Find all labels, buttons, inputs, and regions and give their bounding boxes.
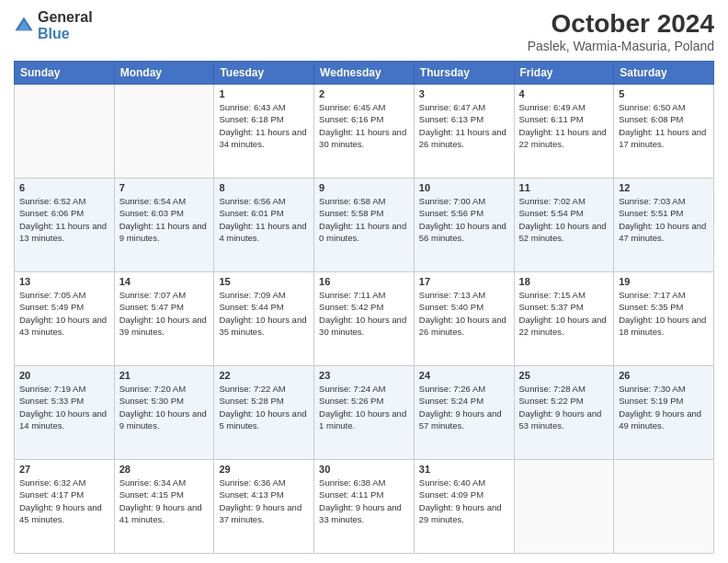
calendar-subtitle: Paslek, Warmia-Masuria, Poland	[528, 39, 714, 53]
calendar-cell: 15Sunrise: 7:09 AMSunset: 5:44 PMDayligh…	[214, 272, 314, 366]
sunset-text: Sunset: 4:11 PM	[319, 489, 383, 500]
sunset-text: Sunset: 5:44 PM	[219, 302, 283, 312]
calendar-cell	[614, 460, 714, 554]
day-info: Sunrise: 6:49 AMSunset: 6:11 PMDaylight:…	[519, 101, 609, 150]
daylight-text: Daylight: 10 hours and 52 minutes.	[519, 221, 607, 243]
day-number: 13	[19, 276, 109, 287]
day-number: 4	[519, 88, 609, 99]
calendar-header-row: SundayMondayTuesdayWednesdayThursdayFrid…	[15, 62, 714, 85]
day-info: Sunrise: 7:22 AMSunset: 5:28 PMDaylight:…	[219, 383, 309, 431]
day-info: Sunrise: 7:03 AMSunset: 5:51 PMDaylight:…	[619, 195, 709, 244]
sunset-text: Sunset: 5:26 PM	[319, 396, 383, 406]
calendar-day-header: Saturday	[614, 62, 714, 85]
daylight-text: Daylight: 11 hours and 0 minutes.	[319, 221, 406, 243]
calendar-cell: 12Sunrise: 7:03 AMSunset: 5:51 PMDayligh…	[614, 178, 714, 272]
sunset-text: Sunset: 5:51 PM	[619, 208, 683, 218]
sunrise-text: Sunrise: 6:54 AM	[119, 196, 186, 206]
calendar-cell: 8Sunrise: 6:56 AMSunset: 6:01 PMDaylight…	[214, 178, 314, 272]
sunset-text: Sunset: 6:13 PM	[419, 114, 483, 124]
day-info: Sunrise: 6:32 AMSunset: 4:17 PMDaylight:…	[19, 477, 109, 525]
day-info: Sunrise: 7:20 AMSunset: 5:30 PMDaylight:…	[119, 383, 210, 431]
calendar-cell: 4Sunrise: 6:49 AMSunset: 6:11 PMDaylight…	[514, 85, 614, 178]
day-number: 25	[519, 370, 609, 381]
day-number: 7	[119, 182, 210, 193]
day-number: 10	[419, 182, 509, 193]
calendar-day-header: Thursday	[414, 62, 514, 85]
sunrise-text: Sunrise: 6:43 AM	[219, 102, 285, 112]
sunrise-text: Sunrise: 7:13 AM	[419, 290, 485, 300]
daylight-text: Daylight: 10 hours and 39 minutes.	[119, 315, 207, 337]
daylight-text: Daylight: 9 hours and 49 minutes.	[619, 408, 701, 431]
calendar-cell: 9Sunrise: 6:58 AMSunset: 5:58 PMDaylight…	[314, 178, 415, 272]
day-number: 28	[119, 464, 210, 475]
day-info: Sunrise: 6:52 AMSunset: 6:06 PMDaylight:…	[19, 195, 109, 244]
sunrise-text: Sunrise: 6:50 AM	[619, 102, 685, 112]
calendar-cell	[15, 85, 115, 178]
sunset-text: Sunset: 4:09 PM	[419, 489, 483, 500]
sunrise-text: Sunrise: 6:32 AM	[19, 477, 85, 488]
day-info: Sunrise: 7:17 AMSunset: 5:35 PMDaylight:…	[619, 289, 709, 338]
calendar-cell: 26Sunrise: 7:30 AMSunset: 5:19 PMDayligh…	[614, 366, 714, 460]
day-number: 18	[519, 276, 609, 287]
day-info: Sunrise: 7:02 AMSunset: 5:54 PMDaylight:…	[519, 195, 609, 244]
sunset-text: Sunset: 5:35 PM	[619, 302, 683, 312]
sunrise-text: Sunrise: 7:19 AM	[19, 384, 85, 394]
sunset-text: Sunset: 5:22 PM	[519, 396, 584, 406]
daylight-text: Daylight: 11 hours and 4 minutes.	[219, 221, 306, 243]
header: General Blue October 2024 Paslek, Warmia…	[14, 9, 714, 53]
calendar-cell: 23Sunrise: 7:24 AMSunset: 5:26 PMDayligh…	[314, 366, 415, 460]
day-info: Sunrise: 7:07 AMSunset: 5:47 PMDaylight:…	[119, 289, 210, 338]
calendar-cell: 18Sunrise: 7:15 AMSunset: 5:37 PMDayligh…	[514, 272, 614, 366]
day-info: Sunrise: 7:26 AMSunset: 5:24 PMDaylight:…	[419, 383, 509, 431]
day-info: Sunrise: 7:15 AMSunset: 5:37 PMDaylight:…	[519, 289, 609, 338]
day-number: 17	[419, 276, 509, 287]
logo-icon	[14, 16, 34, 36]
sunset-text: Sunset: 5:30 PM	[119, 396, 184, 406]
day-number: 27	[19, 464, 109, 475]
sunset-text: Sunset: 4:15 PM	[119, 489, 184, 500]
day-info: Sunrise: 7:11 AMSunset: 5:42 PMDaylight:…	[319, 289, 409, 338]
sunrise-text: Sunrise: 7:24 AM	[319, 384, 385, 394]
day-number: 3	[419, 88, 509, 99]
sunset-text: Sunset: 4:13 PM	[219, 489, 283, 500]
day-number: 9	[319, 182, 409, 193]
sunrise-text: Sunrise: 7:03 AM	[619, 196, 685, 206]
day-info: Sunrise: 7:05 AMSunset: 5:49 PMDaylight:…	[19, 289, 109, 338]
day-number: 19	[619, 276, 709, 287]
day-info: Sunrise: 6:56 AMSunset: 6:01 PMDaylight:…	[219, 195, 309, 244]
calendar-cell: 16Sunrise: 7:11 AMSunset: 5:42 PMDayligh…	[314, 272, 415, 366]
sunset-text: Sunset: 5:49 PM	[19, 302, 84, 312]
daylight-text: Daylight: 10 hours and 26 minutes.	[419, 315, 506, 337]
calendar-cell: 1Sunrise: 6:43 AMSunset: 6:18 PMDaylight…	[214, 85, 314, 178]
sunrise-text: Sunrise: 6:45 AM	[319, 102, 385, 112]
calendar-cell	[114, 85, 214, 178]
sunset-text: Sunset: 5:37 PM	[519, 302, 584, 312]
calendar-day-header: Tuesday	[214, 62, 314, 85]
daylight-text: Daylight: 11 hours and 22 minutes.	[519, 127, 607, 149]
sunrise-text: Sunrise: 7:07 AM	[119, 290, 186, 300]
calendar-cell: 13Sunrise: 7:05 AMSunset: 5:49 PMDayligh…	[15, 272, 115, 366]
sunrise-text: Sunrise: 6:47 AM	[419, 102, 485, 112]
daylight-text: Daylight: 10 hours and 14 minutes.	[19, 408, 107, 431]
day-info: Sunrise: 6:36 AMSunset: 4:13 PMDaylight:…	[219, 477, 309, 525]
calendar-cell: 7Sunrise: 6:54 AMSunset: 6:03 PMDaylight…	[114, 178, 214, 272]
day-number: 31	[419, 464, 509, 475]
calendar-cell: 14Sunrise: 7:07 AMSunset: 5:47 PMDayligh…	[114, 272, 214, 366]
calendar-cell: 24Sunrise: 7:26 AMSunset: 5:24 PMDayligh…	[414, 366, 514, 460]
day-number: 26	[619, 370, 709, 381]
sunset-text: Sunset: 5:33 PM	[19, 396, 84, 406]
daylight-text: Daylight: 10 hours and 35 minutes.	[219, 315, 306, 337]
calendar-week-row: 6Sunrise: 6:52 AMSunset: 6:06 PMDaylight…	[15, 178, 714, 272]
sunset-text: Sunset: 5:42 PM	[319, 302, 383, 312]
daylight-text: Daylight: 9 hours and 33 minutes.	[319, 502, 402, 524]
day-number: 6	[19, 182, 109, 193]
sunset-text: Sunset: 5:56 PM	[419, 208, 483, 218]
calendar-cell: 19Sunrise: 7:17 AMSunset: 5:35 PMDayligh…	[614, 272, 714, 366]
day-info: Sunrise: 6:34 AMSunset: 4:15 PMDaylight:…	[119, 477, 210, 525]
day-info: Sunrise: 7:09 AMSunset: 5:44 PMDaylight:…	[219, 289, 309, 338]
day-info: Sunrise: 7:13 AMSunset: 5:40 PMDaylight:…	[419, 289, 509, 338]
sunrise-text: Sunrise: 7:20 AM	[119, 384, 186, 394]
sunset-text: Sunset: 4:17 PM	[19, 489, 84, 500]
sunrise-text: Sunrise: 7:22 AM	[219, 384, 285, 394]
calendar-cell: 27Sunrise: 6:32 AMSunset: 4:17 PMDayligh…	[15, 460, 115, 554]
